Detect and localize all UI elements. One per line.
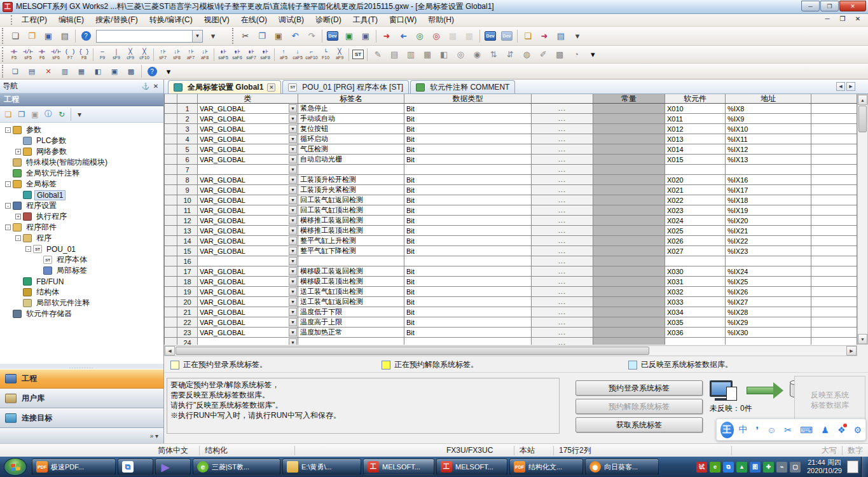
data-type-browse-button[interactable]: ... (532, 175, 593, 185)
cell-address[interactable]: %IX12 (726, 144, 811, 155)
window-tool-5-icon[interactable]: ▦ (74, 64, 89, 79)
dev-display-on-icon[interactable]: Dev (483, 29, 498, 44)
window-tool-2-icon[interactable]: ▤ (24, 64, 39, 79)
cell-data-type[interactable]: Bit (404, 205, 532, 216)
cell-label-name[interactable]: 手动或自动 (298, 114, 404, 124)
cell-device[interactable]: X021 (665, 185, 726, 195)
write-to-plc-icon[interactable]: ➜ (379, 29, 394, 44)
menu-item-p[interactable]: 工程(P) (16, 13, 53, 27)
data-type-browse-button[interactable]: ... (532, 144, 593, 155)
taskbar-button-ST[interactable]: e三菱|ST教... (193, 459, 280, 475)
cell-address[interactable]: %IX18 (726, 195, 811, 205)
io-monitor-icon[interactable]: ▣ (358, 29, 373, 44)
tree-item-PLC[interactable]: PLC参数 (1, 135, 163, 146)
cell-class[interactable]: VAR_GLOBAL▼ (198, 216, 298, 226)
cell-device[interactable]: X030 (665, 266, 726, 277)
horizontal-scrollbar[interactable]: ◀ ▶ (164, 345, 857, 356)
taskbar-button-[interactable]: ◉向日葵客... (585, 459, 659, 475)
class-dropdown-icon[interactable]: ▼ (289, 328, 297, 336)
cell-device[interactable]: X026 (665, 236, 726, 246)
nav-chevron-button[interactable]: » ▾ (0, 428, 163, 443)
taskbar-button-player[interactable]: ▶ (155, 459, 191, 475)
data-type-browse-button[interactable]: ... (532, 246, 593, 256)
edit-tool-8-icon[interactable]: ⇅ (486, 47, 501, 62)
tree-expander-icon[interactable]: + (15, 149, 21, 155)
skin-icon[interactable]: ❖ (837, 425, 846, 435)
cell-data-type[interactable]: Bit (404, 175, 532, 185)
tree-item-Global1[interactable]: Global1 (1, 190, 163, 200)
browser-tray-icon[interactable]: e (710, 462, 720, 473)
netdisk-tray-icon[interactable]: ⧉ (723, 462, 734, 473)
edit-tool-2-icon[interactable]: ▤ (387, 47, 402, 62)
tab-scroll-right-icon[interactable]: ▶ (846, 82, 855, 91)
tree-expander-icon[interactable]: - (5, 203, 11, 209)
class-dropdown-icon[interactable]: ▼ (289, 247, 297, 255)
class-dropdown-icon[interactable]: ▼ (289, 155, 297, 163)
security-shield-icon[interactable]: ▲ (736, 462, 747, 473)
tab-scroll-left-icon[interactable]: ◀ (836, 82, 845, 91)
class-dropdown-icon[interactable]: ▼ (289, 267, 297, 275)
cell-data-type[interactable]: Bit (404, 114, 532, 124)
data-type-browse-button[interactable]: ... (532, 297, 593, 307)
cell-class[interactable]: ▼ (198, 165, 298, 175)
menu-item-t[interactable]: 工具(T) (347, 13, 383, 27)
toolbar-overflow-icon[interactable]: ▾ (161, 64, 176, 79)
account-icon[interactable]: ♟ (821, 425, 829, 435)
ladder-symbol-aF9-button[interactable]: ╳aF9 (333, 47, 347, 62)
cell-class[interactable]: VAR_GLOBAL▼ (198, 317, 298, 328)
cell-data-type[interactable] (404, 165, 532, 175)
window-tool-3-icon[interactable]: ✕ (41, 64, 56, 79)
data-type-browse-button[interactable]: ... (532, 195, 593, 205)
cell-data-type[interactable]: Bit (404, 104, 532, 114)
cell-label-name[interactable]: 工装顶升夹紧检测 (298, 185, 404, 195)
tab-COMMENT[interactable]: 软元件注释 COMMENT (410, 80, 515, 93)
edit-tool-10-icon[interactable]: ◍ (519, 47, 534, 62)
toolbar-overflow-icon[interactable]: ▾ (205, 29, 221, 44)
cell-device[interactable]: X012 (665, 124, 726, 134)
class-dropdown-icon[interactable]: ▼ (289, 277, 297, 286)
cell-address[interactable]: %IX13 (726, 155, 811, 165)
menu-item-h[interactable]: 帮助(H) (422, 13, 460, 27)
cell-device[interactable]: X035 (665, 317, 726, 328)
cell-class[interactable]: VAR_GLOBAL▼ (198, 266, 298, 277)
redo-icon[interactable]: ↷ (304, 29, 319, 44)
cell-device[interactable]: X027 (665, 246, 726, 256)
tree-expander-icon[interactable]: + (15, 214, 21, 219)
cell-address[interactable] (726, 256, 811, 266)
start-button[interactable] (4, 458, 27, 476)
scroll-up-icon[interactable]: ▲ (858, 95, 867, 105)
cell-device[interactable]: X010 (665, 104, 726, 114)
data-type-browse-button[interactable]: ... (532, 104, 593, 114)
im-icon[interactable]: 图 (750, 462, 761, 473)
cell-label-name[interactable]: 温度加热正常 (298, 328, 404, 338)
cell-class[interactable]: VAR_GLOBAL▼ (198, 155, 298, 165)
data-type-browse-button[interactable]: ... (532, 205, 593, 216)
print-icon[interactable]: ▤ (57, 29, 72, 44)
tree-item-node[interactable]: -参数 (1, 125, 163, 135)
cell-address[interactable]: %IX22 (726, 236, 811, 246)
cell-class[interactable]: VAR_GLOBAL▼ (198, 144, 298, 155)
taskbar-button-[interactable]: PDF结构化文... (509, 459, 583, 475)
reflect-to-database-button[interactable]: 反映至系统 标签数据库 (794, 376, 865, 424)
nav-button-connect[interactable]: 连接目标 (0, 408, 163, 428)
cell-class[interactable]: VAR_GLOBAL▼ (198, 297, 298, 307)
class-dropdown-icon[interactable]: ▼ (289, 165, 297, 174)
cell-data-type[interactable]: Bit (404, 317, 532, 328)
taskbar-button-E[interactable]: E:\黄勇\... (282, 459, 361, 475)
cell-device[interactable]: X031 (665, 277, 726, 287)
ladder-symbol-saF5-button[interactable]: ⇞⊦saF5 (216, 47, 230, 62)
ladder-symbol-saF6-button[interactable]: ⇟⊦saF6 (230, 47, 244, 62)
close-button[interactable]: ✕ (839, 1, 866, 11)
class-dropdown-icon[interactable]: ▼ (289, 206, 297, 214)
cell-device[interactable] (665, 338, 726, 345)
cell-address[interactable]: %IX11 (726, 134, 811, 144)
data-type-browse-button[interactable]: ... (532, 236, 593, 246)
show-desktop-button[interactable] (861, 457, 868, 477)
cell-data-type[interactable]: Bit (404, 226, 532, 236)
cell-data-type[interactable]: Bit (404, 195, 532, 205)
cell-class[interactable]: VAR_GLOBAL▼ (198, 175, 298, 185)
class-dropdown-icon[interactable]: ▼ (289, 186, 297, 194)
cell-device[interactable]: X032 (665, 287, 726, 297)
menu-item-b[interactable]: 调试(B) (273, 13, 310, 27)
cell-device[interactable]: X036 (665, 328, 726, 338)
